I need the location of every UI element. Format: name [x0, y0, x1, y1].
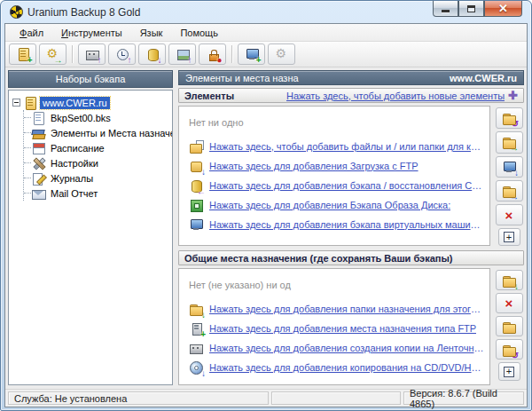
- add-disk-image-link[interactable]: Нажать здесь для добавления Бэкапа Образ…: [209, 200, 450, 210]
- service-status: Служба: Не установлена: [8, 391, 269, 405]
- delete-x-icon: ×: [505, 209, 513, 222]
- tape-backup-button[interactable]: ↑: [78, 43, 106, 65]
- run-backup-button[interactable]: →: [39, 43, 66, 65]
- tree-item-items-destinations[interactable]: Элементы и Места назначения: [24, 125, 170, 140]
- maximize-button[interactable]: [458, 1, 484, 17]
- run-element-button[interactable]: →: [496, 131, 523, 153]
- panel-title-bar: Элементы и места назна www.CWER.ru: [178, 70, 524, 85]
- tree-item-label[interactable]: Журналы: [48, 172, 96, 185]
- tree-item-settings[interactable]: Настройки: [24, 155, 170, 170]
- schedule-calendar-icon: [31, 141, 45, 155]
- menu-item-language[interactable]: Язык: [131, 26, 172, 40]
- add-ftp-destination-link[interactable]: Нажать здесь для добавления места назнач…: [209, 323, 476, 334]
- version-info: Версия: 8.6.7 (Build 4865): [403, 391, 524, 405]
- tree-item-label[interactable]: Расписание: [48, 142, 107, 154]
- radioactive-app-icon: [10, 5, 23, 19]
- scheduler-button[interactable]: ↑: [108, 43, 136, 65]
- elements-section-body: Нет ни одно Нажать здесь, чтобы добавить…: [178, 106, 524, 246]
- delete-element-button[interactable]: ×: [496, 204, 523, 225]
- delete-destination-button[interactable]: ×: [496, 293, 523, 313]
- disk-image-button[interactable]: ↑: [168, 43, 196, 65]
- add-cd-dvd-link[interactable]: Нажать здесь для добавления копирования …: [209, 362, 484, 373]
- logs-journal-icon: [31, 171, 45, 186]
- destinations-section-body: Нет (не указано) ни од ↓ Нажать здесь дл…: [178, 268, 524, 385]
- tree-item-label[interactable]: Настройки: [48, 157, 101, 170]
- menu-bar: Файл Инструменты Язык Помощь: [5, 24, 527, 42]
- expand-destinations-button[interactable]: [498, 362, 520, 381]
- database-backup-button[interactable]: ↓: [138, 43, 166, 65]
- list-item: Нажать здесь для добавления Бэкапа Образ…: [189, 197, 484, 212]
- destinations-section-title: Общие места назначения (где сохранять Ва…: [184, 253, 452, 264]
- add-sql-backup-link[interactable]: Нажать здесь для добавления бэкапа / вос…: [209, 180, 484, 191]
- remote-computer-button[interactable]: +: [238, 43, 265, 65]
- window-title: Uranium Backup 8 Gold: [27, 6, 140, 19]
- add-tape-copy-link[interactable]: Нажать здесь для добавления создания коп…: [209, 343, 484, 353]
- delete-x-icon: ×: [505, 296, 513, 310]
- client-area: Файл Инструменты Язык Помощь + → ↑ ↑ ↓ ↑…: [4, 23, 528, 407]
- options-button[interactable]: [268, 43, 295, 65]
- tree-item-label[interactable]: BkpSet00.bks: [48, 112, 113, 124]
- remote-computer-add-icon: +: [245, 47, 259, 61]
- list-item: ↓ Нажать здесь для добавления папки назн…: [189, 301, 484, 316]
- maximize-icon: [467, 5, 475, 12]
- folder-add-icon: ↓: [189, 302, 203, 316]
- add-destination-folder-link[interactable]: Нажать здесь для добавления папки назнач…: [209, 304, 484, 314]
- settings-tools-icon: [31, 156, 45, 170]
- add-files-folders-link[interactable]: Нажать здесь, чтобы добавить файлы и / и…: [209, 141, 484, 152]
- new-backup-set-icon: +: [16, 47, 30, 61]
- folder-add-icon: ↓: [502, 273, 516, 288]
- restore-element-button[interactable]: ↓: [496, 156, 523, 178]
- add-ftp-download-link[interactable]: Нажать здесь для добавления Загрузка с F…: [209, 161, 419, 171]
- tree-item-logs[interactable]: Журналы: [24, 170, 170, 186]
- tree-root-item[interactable]: www.CWER.ru: [11, 95, 170, 110]
- menu-item-tools[interactable]: Инструменты: [52, 26, 131, 40]
- list-item: + Нажать здесь для добавления места назн…: [189, 320, 484, 336]
- list-item: Нажать здесь для добавления создания коп…: [189, 340, 484, 355]
- add-plus-icon[interactable]: ✚: [508, 90, 518, 101]
- list-item: ↓ Нажать здесь для добавления копировани…: [189, 360, 484, 375]
- restore-icon: ↓: [502, 160, 516, 174]
- open-destination-button[interactable]: [496, 316, 523, 336]
- elements-section-header: Элементы Нажать здесь, чтобы добавить но…: [178, 88, 524, 103]
- minimize-button[interactable]: [433, 1, 458, 17]
- tree-item-label[interactable]: Mail Отчет: [48, 187, 100, 200]
- tree-item-bkpset-file[interactable]: BkpSet00.bks: [24, 110, 170, 125]
- move-element-button[interactable]: →: [496, 180, 523, 202]
- edit-destination-button[interactable]: ↺: [496, 339, 523, 360]
- tree-item-schedule[interactable]: Расписание: [24, 140, 170, 155]
- backup-file-icon: [31, 111, 45, 125]
- add-esx-vm-link[interactable]: Нажать здесь для добавления бэкапа вирту…: [209, 219, 484, 230]
- folder-move-icon: →: [502, 184, 516, 198]
- elements-list: Нет ни одно Нажать здесь, чтобы добавить…: [178, 106, 490, 246]
- elements-button-column: ↺ → ↓ → ×: [494, 106, 524, 246]
- backup-set-icon: [23, 96, 37, 110]
- add-destination-button[interactable]: ↓: [496, 270, 523, 290]
- scheduler-icon: ↑: [115, 47, 129, 61]
- tape-backup-icon: ↑: [85, 47, 99, 61]
- tree-root-label[interactable]: www.CWER.ru: [40, 97, 110, 109]
- security-button[interactable]: ●: [199, 43, 226, 65]
- tree-item-label[interactable]: Элементы и Места назначения: [48, 127, 173, 139]
- expand-plus-icon: [504, 232, 514, 242]
- close-icon: ✕: [498, 3, 508, 14]
- status-bar: Служба: Не установлена Версия: 8.6.7 (Bu…: [5, 389, 527, 407]
- menu-item-file[interactable]: Файл: [11, 26, 52, 40]
- run-backup-icon: →: [46, 47, 60, 61]
- title-bar: Uranium Backup 8 Gold ✕: [4, 1, 528, 23]
- tree-expander-icon[interactable]: [12, 99, 20, 107]
- expand-elements-button[interactable]: [498, 228, 520, 246]
- destinations-list: Нет (не указано) ни од ↓ Нажать здесь дл…: [178, 268, 490, 385]
- menu-item-help[interactable]: Помощь: [171, 26, 227, 40]
- list-item: ↓ Нажать здесь для добавления Загрузка с…: [189, 158, 484, 173]
- add-elements-link[interactable]: Нажать здесь, чтобы добавить новые элеме…: [286, 91, 505, 101]
- elements-empty-text: Нет ни одно: [189, 117, 484, 128]
- tree-item-mail-report[interactable]: Mail Отчет: [24, 186, 170, 201]
- toolbar: + → ↑ ↑ ↓ ↑ ● +: [5, 42, 527, 67]
- folder-files-icon: [189, 139, 203, 154]
- folder-question-icon: ↺: [502, 343, 516, 357]
- cd-dvd-icon: ↓: [189, 360, 203, 375]
- close-button[interactable]: ✕: [484, 1, 522, 17]
- new-backup-set-button[interactable]: +: [9, 43, 36, 65]
- tape-drive-icon: [189, 341, 203, 355]
- edit-element-button[interactable]: ↺: [496, 107, 523, 129]
